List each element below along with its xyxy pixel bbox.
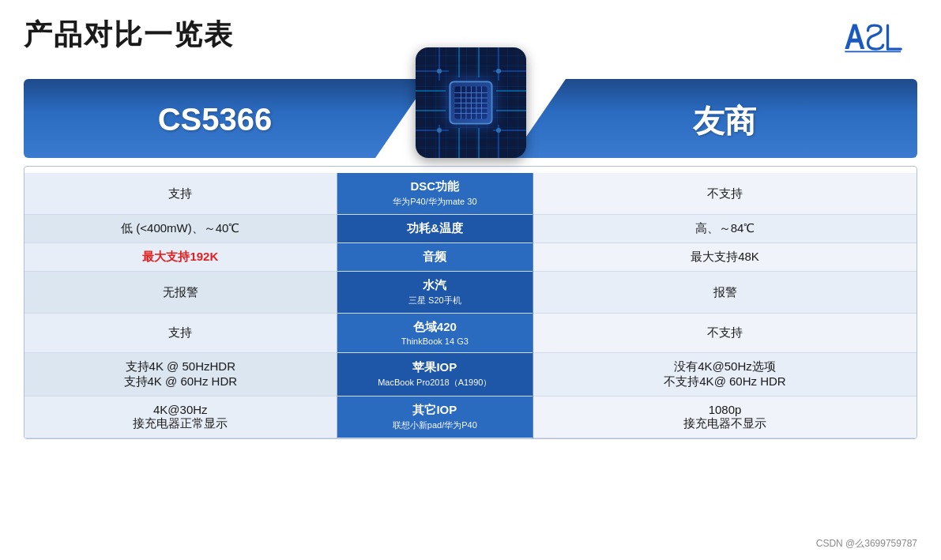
- table-cell-right-5: 没有4K@50Hz选项不支持4K@ 60Hz HDR: [533, 353, 917, 397]
- table-cell-middle-1: 功耗&温度: [337, 215, 533, 243]
- table-cell-right-0: 不支持: [533, 173, 917, 215]
- chip-container: [416, 47, 526, 158]
- chip-box: [416, 47, 526, 158]
- svg-point-24: [496, 69, 501, 73]
- table-cell-middle-0: DSC功能华为P40/华为mate 30: [337, 173, 533, 215]
- table-cell-right-4: 不支持: [533, 314, 917, 353]
- asl-logo: [838, 16, 917, 55]
- chip-core: [449, 81, 492, 125]
- table-cell-middle-3: 水汽三星 S20手机: [337, 272, 533, 314]
- banner-left-title: CS5366: [158, 102, 273, 137]
- watermark: CSDN @么3699759787: [816, 537, 917, 551]
- table-cell-left-2: 最大支持192K: [24, 243, 337, 272]
- table-cell-middle-5: 苹果IOPMacBook Pro2018（A1990）: [337, 353, 533, 397]
- svg-point-26: [496, 128, 501, 133]
- table-cell-left-3: 无报警: [24, 272, 337, 314]
- svg-point-25: [437, 128, 442, 133]
- table-cell-middle-6: 其它IOP联想小新pad/华为P40: [337, 397, 533, 438]
- banner-bg-right: [467, 79, 918, 158]
- svg-point-21: [437, 69, 442, 73]
- page-container: 产品对比一览表 CS5366 友商: [0, 0, 941, 560]
- asl-logo-svg: [838, 16, 917, 55]
- table-cell-left-4: 支持: [24, 314, 337, 353]
- table-cell-left-1: 低 (<400mW)、～40℃: [24, 215, 337, 243]
- banner-container: CS5366 友商: [24, 63, 917, 158]
- table-cell-left-5: 支持4K @ 50HzHDR支持4K @ 60Hz HDR: [24, 353, 337, 397]
- table-cell-right-1: 高、～84℃: [533, 215, 917, 243]
- table-cell-left-0: 支持: [24, 173, 337, 215]
- table-cell-right-2: 最大支持48K: [533, 243, 917, 272]
- comparison-table: 支持DSC功能华为P40/华为mate 30不支持低 (<400mW)、～40℃…: [24, 173, 917, 438]
- table-cell-left-6: 4K@30Hz接充电器正常显示: [24, 397, 337, 438]
- comparison-table-wrapper: 支持DSC功能华为P40/华为mate 30不支持低 (<400mW)、～40℃…: [24, 166, 917, 439]
- chip-core-svg: [450, 83, 491, 123]
- page-title: 产品对比一览表: [24, 16, 234, 54]
- banner-right-title: 友商: [693, 100, 756, 143]
- table-cell-right-6: 1080p接充电器不显示: [533, 397, 917, 438]
- table-cell-middle-2: 音频: [337, 243, 533, 272]
- table-cell-right-3: 报警: [533, 272, 917, 314]
- table-cell-middle-4: 色域420ThinkBook 14 G3: [337, 314, 533, 353]
